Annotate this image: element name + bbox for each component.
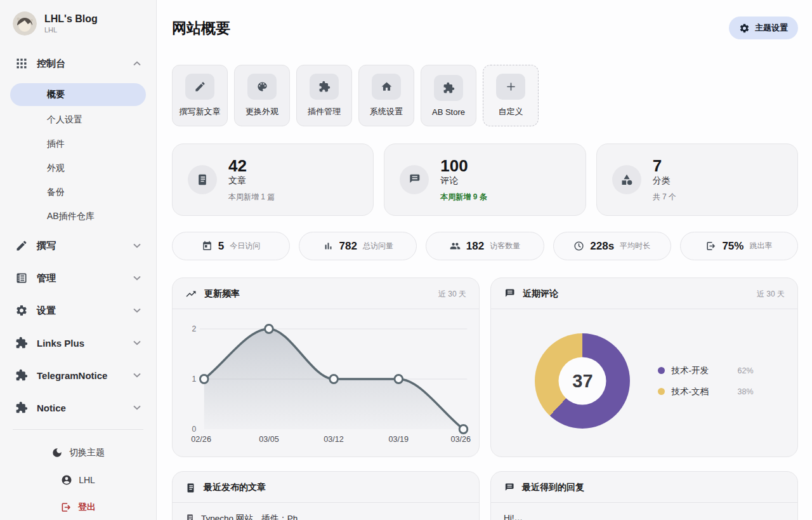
system-settings-button[interactable]: 系统设置 <box>358 65 414 126</box>
user-icon <box>61 474 72 486</box>
svg-text:03/05: 03/05 <box>259 434 279 444</box>
recent-post-row[interactable]: Typecho 网站…插件：Ph… <box>173 503 479 520</box>
recent-posts-panel: 最近发布的文章 Typecho 网站…插件：Ph… <box>172 471 480 520</box>
svg-text:02/26: 02/26 <box>191 434 211 444</box>
people-icon <box>450 241 461 251</box>
customize-button[interactable]: 自定义 <box>483 65 539 126</box>
pencil-icon <box>15 239 28 252</box>
comments-stat-card[interactable]: 100 评论 本周新增 9 条 <box>384 143 586 216</box>
recent-replies-panel: 最近得到的回复 Hi!… <box>490 471 798 520</box>
sidebar-item-personal-settings[interactable]: 个人设置 <box>10 108 146 131</box>
gear-icon <box>15 304 28 317</box>
document-icon <box>196 173 209 186</box>
svg-text:0: 0 <box>192 425 196 434</box>
chevron-down-icon <box>133 243 141 248</box>
logout-button[interactable]: 登出 <box>9 493 147 520</box>
puzzle-icon <box>15 401 28 414</box>
change-appearance-button[interactable]: 更换外观 <box>234 65 290 126</box>
document-icon <box>185 483 196 493</box>
sidebar-item-backup[interactable]: 备份 <box>10 180 146 204</box>
blog-title: LHL's Blog <box>44 13 98 25</box>
posts-stat-card[interactable]: 42 文章 本周新增 1 篇 <box>172 143 374 216</box>
avg-duration-pill[interactable]: 228s 平均时长 <box>553 232 671 260</box>
sidebar-item-label: 管理 <box>37 272 56 284</box>
theme-settings-label: 主题设置 <box>755 22 788 34</box>
recent-post-title: Typecho 网站…插件：Ph… <box>201 513 306 520</box>
comments-note: 本周新增 9 条 <box>440 192 487 203</box>
update-frequency-panel: 更新频率 近 30 天 01202/2603/0503/1203/1903/26 <box>172 277 480 457</box>
recent-reply-row[interactable]: Hi!… <box>491 503 797 520</box>
palette-icon <box>256 81 268 93</box>
sidebar-item-console[interactable]: 控制台 <box>9 51 147 76</box>
panel-period: 近 30 天 <box>757 289 785 300</box>
write-new-post-button[interactable]: 撰写新文章 <box>172 65 228 126</box>
sidebar-item-settings[interactable]: 设置 <box>9 298 147 323</box>
sidebar-item-ab-plugin-repo[interactable]: AB插件仓库 <box>10 204 146 228</box>
sidebar-item-notice[interactable]: Notice <box>9 395 147 420</box>
sidebar-item-label: 设置 <box>37 305 56 317</box>
categories-note: 共 7 个 <box>653 192 676 203</box>
sidebar-item-label: Notice <box>37 403 66 413</box>
sidebar-item-write[interactable]: 撰写 <box>9 233 147 258</box>
moon-icon <box>51 447 63 458</box>
update-frequency-line-chart: 01202/2603/0503/1203/1903/26 <box>178 313 474 450</box>
chevron-down-icon <box>133 276 141 281</box>
comments-donut-chart: 37 <box>535 333 630 429</box>
trend-icon <box>185 288 197 300</box>
gear-icon <box>739 23 750 34</box>
avatar <box>13 11 37 36</box>
panel-title: 更新频率 <box>204 288 240 300</box>
svg-text:2: 2 <box>192 324 196 333</box>
current-user-button[interactable]: LHL <box>9 466 147 493</box>
sidebar-item-manage[interactable]: 管理 <box>9 265 147 291</box>
posts-count: 42 <box>228 157 275 175</box>
sidebar-item-overview[interactable]: 概要 <box>10 83 146 106</box>
list-icon <box>15 272 28 284</box>
plugin-management-button[interactable]: 插件管理 <box>296 65 352 126</box>
donut-legend: 技术-开发 62% 技术-文档 38% <box>658 365 753 397</box>
pencil-icon <box>194 81 206 93</box>
sidebar-item-telegram-notice[interactable]: TelegramNotice <box>9 363 147 388</box>
total-visits-pill[interactable]: 782 总访问量 <box>299 232 417 260</box>
puzzle-icon <box>15 369 28 382</box>
chevron-down-icon <box>133 340 141 345</box>
blog-profile[interactable]: LHL's Blog LHL <box>9 11 147 36</box>
visit-stat-pills: 5 今日访问 782 总访问量 182 访客数量 228s 平均时长 75% 跳… <box>172 232 798 260</box>
shapes-icon <box>620 173 633 186</box>
clock-icon <box>573 241 584 251</box>
sidebar-item-label: TelegramNotice <box>37 370 107 381</box>
sidebar-item-appearance[interactable]: 外观 <box>10 156 146 180</box>
legend-item: 技术-文档 38% <box>658 386 753 397</box>
sidebar-item-label: 控制台 <box>37 58 65 70</box>
comment-icon <box>408 173 421 186</box>
main-content: 网站概要 主题设置 撰写新文章 更换外观 插件管理 系统设置 AB Store <box>157 0 812 520</box>
calendar-icon <box>202 241 213 251</box>
logout-icon <box>60 502 72 513</box>
bar-chart-icon <box>323 241 334 251</box>
sidebar-item-plugins[interactable]: 插件 <box>10 132 146 156</box>
categories-stat-card[interactable]: 7 分类 共 7 个 <box>596 143 798 216</box>
document-icon <box>185 514 195 520</box>
puzzle-icon <box>15 337 28 349</box>
current-user-label: LHL <box>79 475 95 485</box>
toggle-theme-label: 切换主题 <box>69 447 105 458</box>
svg-text:1: 1 <box>192 375 196 383</box>
chevron-down-icon <box>133 308 141 313</box>
sidebar-item-links-plus[interactable]: Links Plus <box>9 330 147 356</box>
stat-cards: 42 文章 本周新增 1 篇 100 评论 本周新增 9 条 7 分类 共 7 … <box>172 143 798 216</box>
toggle-theme-button[interactable]: 切换主题 <box>9 439 147 466</box>
donut-center-total: 37 <box>559 357 606 405</box>
home-icon <box>381 81 393 93</box>
plus-icon <box>505 81 517 93</box>
comment-icon <box>504 483 514 493</box>
svg-text:03/26: 03/26 <box>451 434 471 444</box>
exit-icon <box>705 241 716 251</box>
page-title: 网站概要 <box>172 18 230 38</box>
theme-settings-button[interactable]: 主题设置 <box>729 17 798 39</box>
ab-store-button[interactable]: AB Store <box>421 65 476 126</box>
bounce-rate-pill[interactable]: 75% 跳出率 <box>680 232 798 260</box>
today-visits-pill[interactable]: 5 今日访问 <box>172 232 290 260</box>
svg-text:03/19: 03/19 <box>389 434 409 444</box>
panel-title: 最近发布的文章 <box>204 482 266 493</box>
visitors-pill[interactable]: 182 访客数量 <box>426 232 544 260</box>
